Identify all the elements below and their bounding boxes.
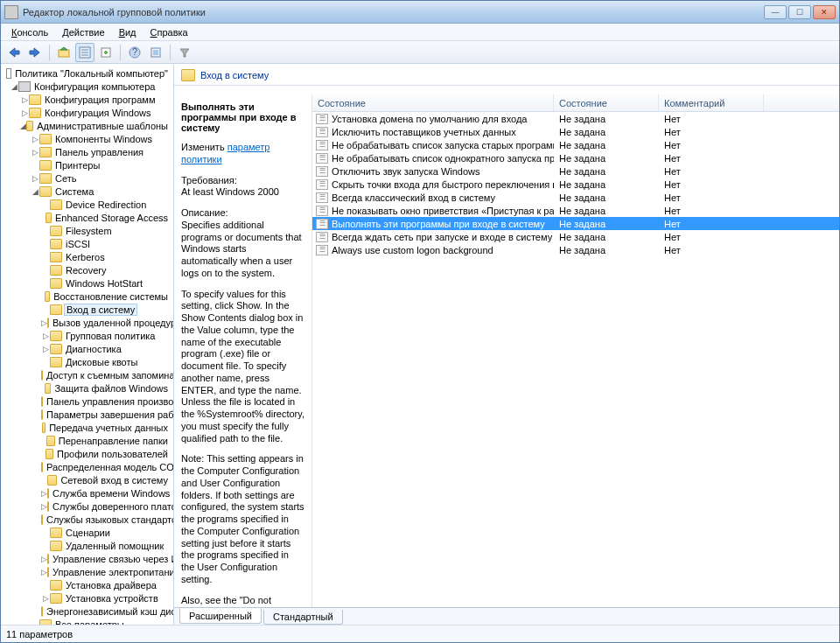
menu-help[interactable]: Справка — [144, 25, 195, 39]
folder-icon — [50, 593, 62, 604]
tree-item[interactable]: Device Redirection — [1, 198, 173, 211]
list-row[interactable]: ☰Always use custom logon backgroundНе за… — [312, 243, 839, 256]
tree-item[interactable]: Kerberos — [1, 250, 173, 263]
tree-system[interactable]: ◢Система — [1, 185, 173, 198]
svg-rect-0 — [59, 50, 69, 57]
folder-icon — [39, 134, 52, 144]
tree-item[interactable]: Профили пользователей — [1, 447, 173, 460]
app-icon — [4, 5, 18, 19]
tree-item[interactable]: ▷Компоненты Windows — [1, 132, 173, 145]
menu-console[interactable]: Консоль — [4, 25, 55, 39]
col-comment[interactable]: Комментарий — [659, 94, 764, 111]
menu-bar: Консоль Действие Вид Справка — [1, 24, 839, 41]
tree-panel[interactable]: Политика "Локальный компьютер" ◢Конфигур… — [1, 65, 174, 625]
menu-action[interactable]: Действие — [55, 25, 111, 39]
col-state[interactable]: Состояние — [554, 94, 659, 111]
list-row[interactable]: ☰Всегда классический вход в системуНе за… — [312, 191, 839, 204]
setting-icon: ☰ — [316, 219, 328, 229]
tree-item[interactable]: iSCSI — [1, 237, 173, 250]
filter-button[interactable] — [175, 43, 194, 62]
tree-root[interactable]: Политика "Локальный компьютер" — [1, 66, 173, 80]
tree-item[interactable]: Принтеры — [1, 158, 173, 171]
right-panel: Вход в систему Выполнять эти программы п… — [174, 65, 839, 625]
folder-icon — [41, 606, 43, 617]
tree-item[interactable]: ▷Сеть — [1, 171, 173, 185]
tree-item[interactable]: ▷Диагностика — [1, 342, 173, 355]
maximize-button[interactable]: ☐ — [788, 5, 811, 19]
tree-item[interactable]: Защита файлов Windows — [1, 381, 173, 395]
tree-item[interactable]: ▷Служба времени Windows — [1, 486, 173, 500]
settings-list[interactable]: Состояние Состояние Комментарий ☰Установ… — [312, 94, 839, 607]
folder-icon — [29, 108, 41, 118]
setting-icon: ☰ — [316, 232, 328, 242]
tree-item[interactable]: ▷Групповая политика — [1, 329, 173, 342]
list-row[interactable]: ☰Не показывать окно приветствия «Приступ… — [312, 204, 839, 217]
folder-icon — [45, 291, 50, 302]
tab-standard[interactable]: Стандартный — [263, 610, 343, 625]
list-row[interactable]: ☰Выполнять эти программы при входе в сис… — [312, 217, 839, 230]
list-row[interactable]: ☰Отключить звук запуска WindowsНе задана… — [312, 164, 839, 178]
tree-item[interactable]: Передача учетных данных — [1, 421, 173, 434]
toolbar-separator — [170, 45, 171, 60]
refresh-button[interactable] — [146, 43, 165, 62]
list-row[interactable]: ☰Не обрабатывать список однократного зап… — [312, 151, 839, 164]
tree-item[interactable]: Перенаправление папки — [1, 434, 173, 447]
tree-item[interactable]: Дисковые квоты — [1, 355, 173, 368]
list-row[interactable]: ☰Исключить поставщиков учетных данныхНе … — [312, 125, 839, 138]
folder-icon — [26, 121, 33, 131]
minimize-button[interactable]: — — [764, 5, 787, 19]
list-row[interactable]: ☰Скрыть точки входа для быстрого переклю… — [312, 178, 839, 191]
tree-item[interactable]: Вход в систему — [1, 303, 173, 316]
tree-item[interactable]: ▷Службы доверенного платформенного — [1, 500, 173, 513]
tree-item[interactable]: Параметры завершения работы — [1, 408, 173, 421]
tree-item[interactable]: ▷Конфигурация Windows — [1, 106, 173, 119]
tree-item[interactable]: Enhanced Storage Access — [1, 211, 173, 224]
status-bar: 11 параметров — [1, 625, 839, 642]
tree-item[interactable]: Сценарии — [1, 526, 173, 539]
setting-icon: ☰ — [316, 245, 328, 255]
tree-item[interactable]: Распределенная модель COM — [1, 460, 173, 473]
menu-view[interactable]: Вид — [112, 25, 144, 39]
tree-item[interactable]: ▷Управление связью через Интернет — [1, 552, 173, 565]
tree-item[interactable]: ▷Вызов удаленной процедуры — [1, 316, 173, 329]
list-row[interactable]: ☰Установка домена по умолчанию для входа… — [312, 112, 839, 125]
folder-icon — [50, 331, 62, 341]
tree-item[interactable]: ▷Панель управления — [1, 145, 173, 158]
tree-item[interactable]: ▷Управление электропитанием — [1, 565, 173, 578]
folder-icon — [47, 488, 49, 499]
tree-item[interactable]: Энергонезависимый кэш диска — [1, 605, 173, 618]
tree-item[interactable]: Windows HotStart — [1, 276, 173, 290]
tree-item[interactable]: ▷Установка устройств — [1, 591, 173, 605]
folder-icon — [29, 94, 41, 105]
close-button[interactable]: ✕ — [813, 5, 836, 19]
up-button[interactable] — [54, 43, 74, 62]
tab-extended[interactable]: Расширенный — [179, 608, 262, 624]
list-row[interactable]: ☰Не обрабатывать список запуска старых п… — [312, 138, 839, 151]
tree-item[interactable]: Доступ к съемным запоминающим — [1, 368, 173, 381]
help-button[interactable]: ? — [125, 43, 144, 62]
folder-icon — [50, 226, 62, 236]
tree-item[interactable]: ▷Конфигурация программ — [1, 93, 173, 106]
tree-item[interactable]: Службы языковых стандартов — [1, 513, 173, 526]
col-name[interactable]: Состояние — [312, 94, 554, 111]
tree-computer-cfg[interactable]: ◢Конфигурация компьютера — [1, 80, 173, 93]
description-3: Note: This setting appears in the Comput… — [181, 453, 304, 585]
tree-item[interactable]: Установка драйвера — [1, 578, 173, 591]
description-4: Also, see the "Do not process the legacy… — [181, 595, 304, 608]
tree-item[interactable]: Сетевой вход в систему — [1, 473, 173, 486]
tree-item[interactable]: Recovery — [1, 263, 173, 276]
export-button[interactable] — [96, 43, 116, 62]
folder-icon — [50, 265, 62, 276]
tree-item[interactable]: Удаленный помощник — [1, 539, 173, 552]
folder-icon — [46, 436, 55, 446]
properties-button[interactable] — [75, 43, 94, 62]
tree-admin-templates[interactable]: ◢Административные шаблоны — [1, 119, 173, 132]
forward-button[interactable] — [25, 43, 45, 62]
tree-item[interactable]: Все параметры — [1, 618, 173, 625]
back-button[interactable] — [4, 43, 24, 62]
tree-item[interactable]: Filesystem — [1, 224, 173, 237]
tree-item[interactable]: Восстановление системы — [1, 290, 173, 303]
folder-icon — [50, 357, 62, 367]
list-row[interactable]: ☰Всегда ждать сеть при запуске и входе в… — [312, 230, 839, 243]
tree-item[interactable]: Панель управления производительностью — [1, 395, 173, 408]
